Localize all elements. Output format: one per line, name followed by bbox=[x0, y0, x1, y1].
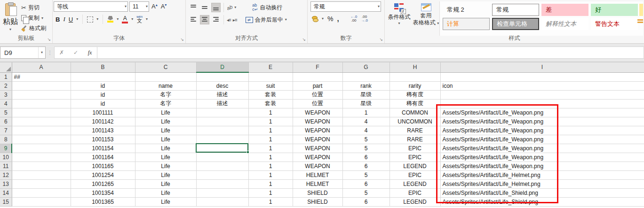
cell-G11[interactable]: 6 bbox=[342, 162, 390, 170]
cell-E10[interactable]: 1 bbox=[248, 153, 293, 162]
format-as-table-button[interactable]: 套用表格格式 ▾ bbox=[413, 1, 439, 36]
cell-G5[interactable]: 1 bbox=[342, 108, 390, 117]
font-color-button[interactable]: A bbox=[122, 15, 128, 23]
cell-E12[interactable]: 1 bbox=[248, 170, 293, 179]
cell-A6[interactable] bbox=[12, 117, 71, 126]
cell-B14[interactable]: 1001354 bbox=[71, 188, 135, 197]
cell-C5[interactable]: Life bbox=[135, 108, 196, 117]
column-header-C[interactable]: C bbox=[135, 62, 196, 72]
selection-fill-handle[interactable] bbox=[246, 151, 249, 154]
cell-A14[interactable] bbox=[12, 188, 71, 197]
cell-H7[interactable]: RARE bbox=[390, 126, 440, 135]
insert-function-button[interactable]: fx bbox=[83, 49, 97, 56]
increase-indent-button[interactable]: ▸≡ bbox=[233, 17, 237, 23]
formula-bar-grip[interactable]: ⋮ bbox=[46, 50, 54, 56]
cell-I1[interactable] bbox=[440, 72, 644, 81]
cell-H8[interactable]: RARE bbox=[390, 135, 440, 144]
cell-H1[interactable] bbox=[390, 72, 440, 81]
row-header-10[interactable]: 10 bbox=[0, 153, 12, 162]
cell-F14[interactable]: SHIELD bbox=[293, 188, 342, 197]
style-cell-normal[interactable]: 常规 bbox=[492, 4, 539, 16]
cell-F1[interactable] bbox=[293, 72, 342, 81]
percent-style-button[interactable]: % bbox=[327, 15, 333, 23]
cell-E1[interactable] bbox=[248, 72, 293, 81]
align-middle-button[interactable] bbox=[200, 3, 209, 12]
formula-input[interactable] bbox=[97, 46, 644, 59]
cell-A10[interactable] bbox=[12, 153, 71, 162]
font-color-dropdown-arrow[interactable]: ▾ bbox=[131, 17, 133, 21]
cell-A1[interactable]: ## bbox=[12, 72, 71, 81]
cell-I9[interactable]: Assets/Sprites/Artifact/Life_Weapon.png bbox=[440, 144, 644, 153]
number-format-dropdown-arrow[interactable]: ▾ bbox=[376, 5, 380, 8]
style-cell-normal2[interactable]: 常规 2 bbox=[443, 4, 490, 16]
cell-B5[interactable]: 1001111 bbox=[71, 108, 135, 117]
column-header-A[interactable]: A bbox=[12, 62, 71, 72]
cell-G15[interactable]: 6 bbox=[342, 197, 390, 206]
cell-B1[interactable] bbox=[71, 72, 135, 81]
style-cell-check[interactable]: 检查单元格 bbox=[492, 18, 539, 30]
cell-G2[interactable]: rank bbox=[342, 81, 390, 90]
column-header-I[interactable]: I bbox=[440, 62, 644, 72]
cell-D5[interactable] bbox=[196, 108, 248, 117]
borders-button[interactable] bbox=[87, 16, 93, 23]
orientation-button[interactable]: ab bbox=[226, 4, 233, 11]
paste-dropdown-arrow[interactable]: ▾ bbox=[9, 28, 11, 31]
select-all-corner[interactable] bbox=[0, 62, 12, 72]
font-size-dropdown-arrow[interactable]: ▾ bbox=[144, 5, 148, 8]
cell-E14[interactable]: 1 bbox=[248, 188, 293, 197]
cell-C4[interactable]: 名字 bbox=[135, 99, 196, 108]
cell-B10[interactable]: 1001164 bbox=[71, 153, 135, 162]
number-format-combo[interactable]: 常规 ▾ bbox=[310, 1, 381, 12]
wrap-text-button[interactable]: 自动换行 bbox=[260, 4, 282, 12]
cell-C3[interactable]: 名字 bbox=[135, 90, 196, 99]
cell-H13[interactable]: LEGEND bbox=[390, 179, 440, 188]
accounting-format-button[interactable] bbox=[311, 15, 318, 22]
cell-H11[interactable]: LEGEND bbox=[390, 162, 440, 170]
decrease-decimal-button[interactable]: .00→.0 bbox=[361, 15, 368, 23]
row-header-8[interactable]: 8 bbox=[0, 135, 12, 144]
conditional-formatting-dropdown-arrow[interactable]: ▾ bbox=[398, 22, 400, 25]
bold-button[interactable]: B bbox=[56, 16, 60, 23]
row-header-1[interactable]: 1 bbox=[0, 72, 12, 81]
cell-I3[interactable] bbox=[440, 90, 644, 99]
style-cell-partial[interactable] bbox=[639, 4, 643, 16]
comma-style-button[interactable]: , bbox=[337, 15, 339, 23]
cell-I14[interactable]: Assets/Sprites/Artifact/Life_Shield.png bbox=[440, 188, 644, 197]
cell-A4[interactable] bbox=[12, 99, 71, 108]
decrease-font-button[interactable]: A▾ bbox=[160, 3, 168, 10]
cell-E4[interactable]: 套装 bbox=[248, 99, 293, 108]
font-name-dropdown-arrow[interactable]: ▾ bbox=[123, 5, 127, 8]
cell-A12[interactable] bbox=[12, 170, 71, 179]
cell-F8[interactable]: WEAPON bbox=[293, 135, 342, 144]
cell-I4[interactable] bbox=[440, 99, 644, 108]
cell-H12[interactable]: EPIC bbox=[390, 170, 440, 179]
cell-B8[interactable]: 1001153 bbox=[71, 135, 135, 144]
cell-H5[interactable]: COMMON bbox=[390, 108, 440, 117]
cell-D13[interactable] bbox=[196, 179, 248, 188]
cell-C11[interactable]: Life bbox=[135, 162, 196, 170]
cell-A8[interactable] bbox=[12, 135, 71, 144]
borders-dropdown-arrow[interactable]: ▾ bbox=[96, 17, 98, 21]
cell-I5[interactable]: Assets/Sprites/Artifact/Life_Weapon.png bbox=[440, 108, 644, 117]
cell-G6[interactable]: 4 bbox=[342, 117, 390, 126]
increase-font-button[interactable]: A▴ bbox=[151, 3, 159, 10]
cell-C15[interactable]: Life bbox=[135, 197, 196, 206]
cell-I11[interactable]: Assets/Sprites/Artifact/Life_Weapon.png bbox=[440, 162, 644, 170]
cell-A5[interactable] bbox=[12, 108, 71, 117]
row-header-11[interactable]: 11 bbox=[0, 162, 12, 170]
cell-H14[interactable]: EPIC bbox=[390, 188, 440, 197]
merge-center-button[interactable]: 合并后居中 bbox=[255, 16, 283, 24]
cell-D9[interactable] bbox=[196, 144, 248, 153]
cell-A9[interactable] bbox=[12, 144, 71, 153]
cell-A3[interactable] bbox=[12, 90, 71, 99]
style-cell-bad[interactable]: 差 bbox=[541, 4, 588, 16]
cell-C8[interactable]: Life bbox=[135, 135, 196, 144]
cell-I12[interactable]: Assets/Sprites/Artifact/Life_Helmet.png bbox=[440, 170, 644, 179]
cell-I10[interactable]: Assets/Sprites/Artifact/Life_Weapon.png bbox=[440, 153, 644, 162]
cell-G9[interactable]: 5 bbox=[342, 144, 390, 153]
fill-color-button[interactable] bbox=[107, 16, 113, 23]
cell-F9[interactable]: WEAPON bbox=[293, 144, 342, 153]
column-header-F[interactable]: F bbox=[293, 62, 342, 72]
cell-G4[interactable]: 星级 bbox=[342, 99, 390, 108]
font-name-combo[interactable]: 等线 ▾ bbox=[54, 1, 128, 12]
